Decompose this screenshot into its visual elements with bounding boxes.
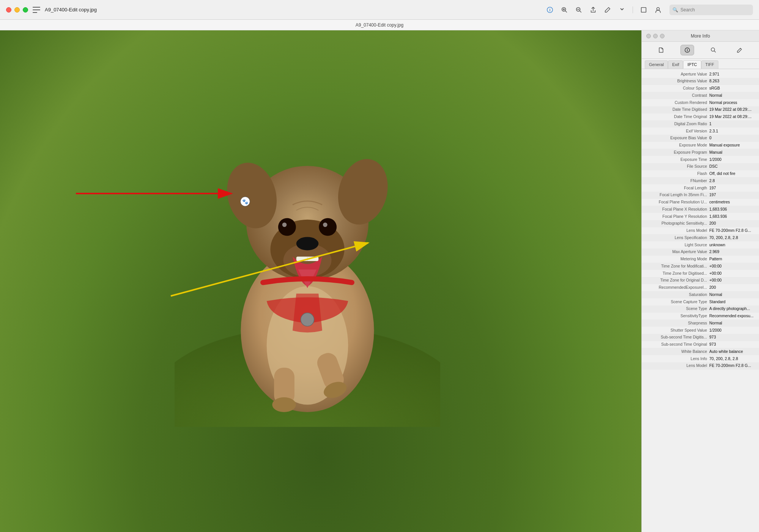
field-label: Sub-second Time Original	[645, 342, 709, 348]
sidebar-toggle-button[interactable]	[33, 7, 40, 13]
field-value: 2.3.1	[709, 128, 756, 134]
field-label: Saturation	[645, 292, 709, 298]
table-row: Aperture Value 2.971	[642, 71, 759, 78]
field-value: 973	[709, 334, 756, 340]
info-panel: More Info	[641, 30, 759, 532]
info-info-button[interactable]	[680, 45, 694, 55]
table-row: Saturation Normal	[642, 291, 759, 298]
table-row: Exposure Mode Manual exposure	[642, 142, 759, 149]
field-value: 8.263	[709, 78, 756, 84]
field-value: centimetres	[709, 199, 756, 205]
image-area: 🐾	[0, 30, 641, 532]
toolbar-separator	[633, 6, 633, 13]
search-input[interactable]	[680, 7, 750, 13]
field-label: Exposure Time	[645, 157, 709, 163]
svg-rect-3	[641, 7, 646, 12]
table-row: Focal Length 197	[642, 184, 759, 192]
info-search-button[interactable]	[707, 45, 720, 55]
field-value: 1	[709, 121, 756, 127]
table-row: Lens Model FE 70-200mm F2.8 G...	[642, 227, 759, 235]
field-value: FE 70-200mm F2.8 G...	[709, 228, 756, 234]
field-value: 200	[709, 220, 756, 227]
table-row: Focal Length In 35mm Fi... 197	[642, 192, 759, 199]
info-file-button[interactable]	[654, 45, 668, 55]
field-label: Lens Model	[645, 363, 709, 369]
table-row: Lens Specification 70, 200, 2.8, 2.8	[642, 234, 759, 241]
field-label: Flash	[645, 171, 709, 177]
field-label: Max Aperture Value	[645, 249, 709, 255]
field-value: 1,683.936	[709, 214, 756, 220]
paw-badge: 🐾	[240, 197, 250, 206]
zoom-in-button[interactable]	[561, 6, 568, 14]
info-panel-traffic-lights	[646, 34, 665, 38]
field-label: Scene Type	[645, 306, 709, 312]
info-panel-close[interactable]	[646, 34, 651, 38]
table-row: Focal Plane X Resolution 1,683.936	[642, 206, 759, 213]
field-label: Focal Plane Y Resolution	[645, 214, 709, 220]
svg-point-15	[296, 237, 319, 250]
field-label: Colour Space	[645, 85, 709, 91]
field-value: 19 Mar 2022 at 08:29:...	[709, 107, 756, 113]
field-value: +00:00	[709, 277, 756, 283]
table-row: Max Aperture Value 2.969	[642, 249, 759, 256]
table-row: Date Time Digitised 19 Mar 2022 at 08:29…	[642, 106, 759, 113]
edit-chevron-button[interactable]	[618, 6, 626, 14]
field-value: 1/2000	[709, 327, 756, 334]
person-button[interactable]	[654, 6, 662, 14]
table-row: Exposure Time 1/2000	[642, 156, 759, 163]
table-row: Lens Model FE 70-200mm F2.8 G...	[642, 362, 759, 370]
maximize-button[interactable]	[23, 7, 28, 13]
table-row: Brightness Value 8.263	[642, 78, 759, 85]
info-panel-minimize[interactable]	[653, 34, 658, 38]
info-panel-title: More Info	[691, 33, 710, 39]
info-table[interactable]: Aperture Value 2.971 Brightness Value 8.…	[642, 69, 759, 532]
tab-iptc[interactable]: IPTC	[683, 60, 701, 69]
table-row: Scene Type A directly photograph...	[642, 305, 759, 313]
table-row: Date Time Original 19 Mar 2022 at 08:29:…	[642, 113, 759, 121]
table-row: Exif Version 2.3.1	[642, 127, 759, 135]
field-value: Pattern	[709, 256, 756, 262]
table-row: Focal Plane Resolution U... centimetres	[642, 199, 759, 206]
table-row: Lens Info 70, 200, 2.8, 2.8	[642, 355, 759, 362]
table-row: Scene Capture Type Standard	[642, 298, 759, 305]
minimize-button[interactable]	[14, 7, 20, 13]
field-label: Custom Rendered	[645, 100, 709, 106]
field-label: RecommendedExposureI...	[645, 285, 709, 291]
info-button[interactable]	[546, 6, 554, 14]
field-value: 70, 200, 2.8, 2.8	[709, 235, 756, 241]
field-value: Normal	[709, 292, 756, 298]
field-value: Auto white balance	[709, 349, 756, 355]
table-row: White Balance Auto white balance	[642, 348, 759, 355]
tab-tiff[interactable]: TIFF	[701, 60, 718, 69]
field-label: Sub-second Time Digitis...	[645, 334, 709, 340]
field-value: Normal	[709, 320, 756, 326]
edit-button[interactable]	[604, 6, 611, 14]
field-label: White Balance	[645, 349, 709, 355]
field-label: Date Time Original	[645, 114, 709, 120]
field-value: 973	[709, 342, 756, 348]
info-panel-maximize[interactable]	[660, 34, 665, 38]
info-panel-titlebar: More Info	[642, 30, 759, 42]
field-label: Focal Length	[645, 185, 709, 191]
field-value: 19 Mar 2022 at 08:29:...	[709, 114, 756, 120]
close-button[interactable]	[6, 7, 11, 13]
search-bar[interactable]: 🔍	[669, 5, 753, 15]
share-button[interactable]	[589, 6, 597, 14]
tab-exif[interactable]: Exif	[668, 60, 683, 69]
tab-general[interactable]: General	[645, 60, 668, 69]
svg-point-13	[282, 222, 287, 227]
table-row: Time Zone for Digitised... +00:00	[642, 270, 759, 277]
field-label: Shutter Speed Value	[645, 327, 709, 334]
zoom-out-button[interactable]	[575, 6, 583, 14]
info-edit-button[interactable]	[733, 45, 746, 55]
field-label: Light Source	[645, 242, 709, 248]
table-row: SensitivityType Recommended exposu...	[642, 313, 759, 320]
field-value: Off, did not fire	[709, 171, 756, 177]
svg-point-12	[319, 218, 337, 236]
field-value: DSC	[709, 164, 756, 170]
table-row: Photographic Sensitivity... 200	[642, 220, 759, 227]
field-value: 1/2000	[709, 157, 756, 163]
table-row: Exposure Bias Value 0	[642, 135, 759, 142]
field-label: Exif Version	[645, 128, 709, 134]
crop-button[interactable]	[640, 6, 647, 14]
